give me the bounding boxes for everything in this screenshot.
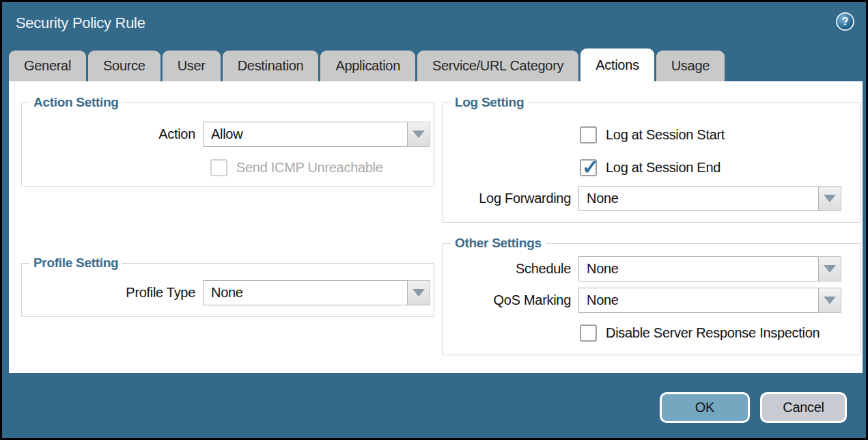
tab-user[interactable]: User <box>163 51 221 81</box>
cancel-button[interactable]: Cancel <box>760 392 847 423</box>
log-session-end-checkbox[interactable] <box>580 159 597 176</box>
action-dropdown[interactable]: Allow <box>203 122 430 147</box>
tab-service-url-category[interactable]: Service/URL Category <box>417 51 578 81</box>
chevron-down-icon <box>412 289 425 297</box>
action-label: Action <box>22 126 203 142</box>
log-forwarding-label: Log Forwarding <box>443 191 578 206</box>
security-policy-rule-dialog: Security Policy Rule ? General Source Us… <box>0 0 868 440</box>
log-setting-group: Log Setting Log at Session Start Log at … <box>443 102 860 223</box>
disable-server-response-inspection-checkbox[interactable] <box>580 325 597 342</box>
log-session-start-label: Log at Session Start <box>597 127 725 143</box>
schedule-value[interactable]: None <box>578 256 819 281</box>
log-session-end-label: Log at Session End <box>597 160 720 176</box>
tab-actions[interactable]: Actions <box>580 49 654 81</box>
profile-setting-group: Profile Setting Profile Type None <box>21 263 434 317</box>
log-forwarding-dropdown[interactable]: None <box>578 186 841 211</box>
action-value[interactable]: Allow <box>203 122 408 147</box>
profile-type-dropdown[interactable]: None <box>203 280 430 305</box>
action-dropdown-button[interactable] <box>408 122 430 147</box>
log-setting-legend: Log Setting <box>451 95 528 110</box>
profile-type-value[interactable]: None <box>203 280 408 305</box>
content-panel: Action Setting Action Allow Send ICMP Un… <box>9 81 863 373</box>
schedule-dropdown-button[interactable] <box>819 256 841 281</box>
profile-type-dropdown-button[interactable] <box>408 280 430 305</box>
profile-setting-legend: Profile Setting <box>29 256 122 271</box>
other-settings-legend: Other Settings <box>451 236 546 251</box>
tab-bar: General Source User Destination Applicat… <box>9 49 725 81</box>
tab-source[interactable]: Source <box>88 51 160 81</box>
log-session-start-checkbox[interactable] <box>580 126 597 143</box>
other-settings-group: Other Settings Schedule None QoS Marking… <box>443 243 860 355</box>
schedule-dropdown[interactable]: None <box>578 256 841 281</box>
log-forwarding-dropdown-button[interactable] <box>819 186 841 211</box>
tab-application[interactable]: Application <box>320 51 415 81</box>
tab-usage[interactable]: Usage <box>656 51 725 81</box>
schedule-label: Schedule <box>443 261 578 277</box>
help-icon[interactable]: ? <box>836 12 854 31</box>
qos-marking-value[interactable]: None <box>578 288 819 313</box>
qos-marking-dropdown-button[interactable] <box>819 288 841 313</box>
ok-button[interactable]: OK <box>660 392 750 423</box>
qos-marking-label: QoS Marking <box>443 292 578 308</box>
action-setting-group: Action Setting Action Allow Send ICMP Un… <box>21 102 434 187</box>
action-setting-legend: Action Setting <box>29 95 123 110</box>
dialog-title: Security Policy Rule <box>16 14 145 32</box>
send-icmp-unreachable-label: Send ICMP Unreachable <box>227 160 383 176</box>
tab-general[interactable]: General <box>9 51 86 81</box>
disable-server-response-inspection-label: Disable Server Response Inspection <box>597 325 820 341</box>
chevron-down-icon <box>824 195 836 202</box>
tab-destination[interactable]: Destination <box>223 51 319 81</box>
chevron-down-icon <box>412 130 425 138</box>
chevron-down-icon <box>824 297 836 304</box>
log-forwarding-value[interactable]: None <box>578 186 819 211</box>
send-icmp-unreachable-checkbox <box>210 159 227 176</box>
profile-type-label: Profile Type <box>22 285 203 301</box>
qos-marking-dropdown[interactable]: None <box>578 288 841 313</box>
chevron-down-icon <box>824 265 836 273</box>
